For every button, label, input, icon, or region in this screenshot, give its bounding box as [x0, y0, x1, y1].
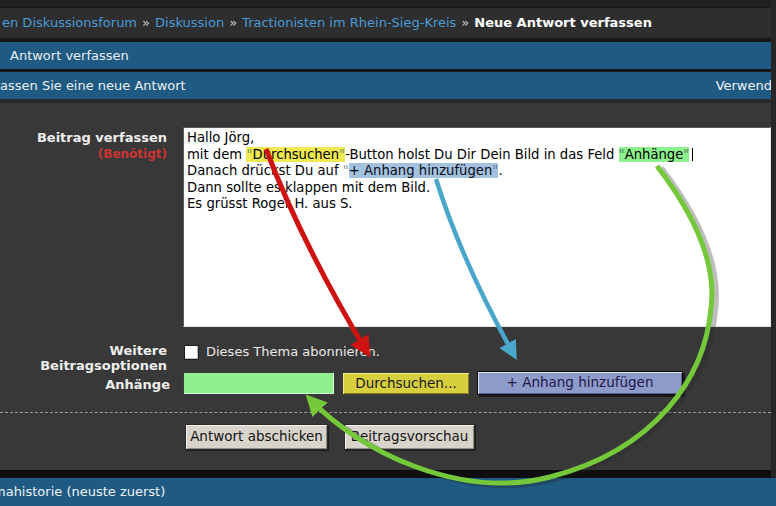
breadcrumb-current-page: Neue Antwort verfassen: [474, 15, 652, 30]
editor-text-segment: -Button holst Du Dir Dein Bild in das Fe…: [345, 147, 618, 162]
preview-post-button[interactable]: Beitragsvorschau: [344, 424, 475, 450]
editor-line: Hallo Jörg,: [187, 130, 768, 147]
editor-line: Danach drückst Du auf "+ Anhang hinzufüg…: [187, 163, 768, 180]
breadcrumb-separator: »: [137, 15, 155, 30]
add-attachment-button[interactable]: + Anhang hinzufügen: [477, 371, 683, 395]
editor-text-segment: Danach drückst Du auf: [187, 163, 343, 178]
right-edge-strip: [771, 0, 776, 478]
section-title-bar: Antwort verfassen: [0, 42, 776, 69]
topic-history-title: mahistorie (neuste zuerst): [0, 478, 165, 506]
breadcrumb-separator: »: [456, 15, 474, 30]
editor-line: Es grüsst Roger H. aus S.: [187, 196, 768, 213]
subscribe-label: Dieses Thema abonnieren.: [206, 344, 380, 359]
top-strip: [0, 0, 776, 8]
breadcrumb-link-diskussion[interactable]: Diskussion: [155, 15, 224, 30]
editor-text-segment: Dann sollte es klappen mit dem Bild.: [187, 180, 430, 195]
editor-text-segment: [692, 148, 693, 161]
subheader-bar: assen Sie eine neue Antwort Verwend: [0, 72, 776, 99]
post-label: Beitrag verfassen: [0, 130, 167, 145]
editor-text-segment: ": [619, 147, 625, 162]
editor-line: mit dem "Durchsuchen"-Button holst Du Di…: [187, 147, 768, 164]
editor-text-segment: .: [498, 163, 502, 178]
divider-line: [0, 99, 776, 103]
subscribe-checkbox[interactable]: [184, 345, 199, 360]
editor-text-segment: Durchsuchen: [252, 147, 339, 162]
section-title: Antwort verfassen: [10, 48, 129, 63]
editor-text-segment: Hallo Jörg,: [187, 130, 254, 145]
editor-text-segment: mit dem: [187, 147, 246, 162]
breadcrumb-separator: »: [224, 15, 242, 30]
breadcrumb-link-topic[interactable]: Tractionisten im Rhein-Sieg-Kreis: [242, 15, 456, 30]
post-editor[interactable]: Hallo Jörg,mit dem "Durchsuchen"-Button …: [183, 127, 771, 327]
bottom-strip: [0, 470, 776, 478]
attachments-label: Anhänge: [3, 377, 170, 392]
editor-text-segment: Es grüsst Roger H. aus S.: [187, 196, 353, 211]
breadcrumb-link-forum[interactable]: en Diskussionsforum: [2, 15, 137, 30]
subheader-text: assen Sie eine neue Antwort: [0, 72, 186, 99]
browse-button[interactable]: Durchsuchen...: [342, 372, 470, 395]
topic-history-bar: mahistorie (neuste zuerst): [0, 478, 776, 506]
show-used-link[interactable]: Verwend: [716, 72, 772, 99]
editor-line: Dann sollte es klappen mit dem Bild.: [187, 180, 768, 197]
required-label: (Benötigt): [0, 147, 167, 161]
editor-text-segment: ": [343, 163, 349, 178]
submit-reply-button[interactable]: Antwort abschicken: [185, 424, 328, 450]
attachment-file-field[interactable]: [183, 372, 335, 395]
editor-text-segment: Anhänge: [625, 147, 684, 162]
forum-reply-page: en Diskussionsforum»Diskussion»Tractioni…: [0, 0, 776, 506]
dashed-divider: [0, 412, 776, 413]
options-label: Weitere Beitragsoptionen: [0, 343, 167, 373]
editor-text-segment: ": [683, 147, 689, 162]
breadcrumb: en Diskussionsforum»Diskussion»Tractioni…: [0, 8, 776, 38]
editor-text-segment: + Anhang hinzufügen: [349, 163, 493, 178]
